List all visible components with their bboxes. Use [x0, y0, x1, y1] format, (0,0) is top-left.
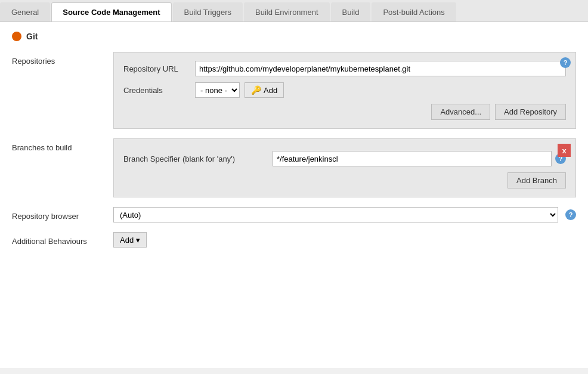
- tab-general[interactable]: General: [0, 2, 50, 21]
- credentials-add-label: Add: [264, 86, 277, 95]
- tabs-bar: General Source Code Management Build Tri…: [0, 0, 588, 22]
- tab-source-code-management[interactable]: Source Code Management: [51, 2, 171, 21]
- repositories-label: Repositories: [12, 52, 113, 66]
- repo-browser-label: Repository browser: [12, 207, 113, 221]
- advanced-button[interactable]: Advanced...: [431, 104, 490, 120]
- repo-url-row: Repository URL: [123, 61, 566, 76]
- branch-specifier-input[interactable]: [273, 151, 552, 166]
- credentials-row: Credentials - none - 🔑 Add: [123, 82, 566, 98]
- branches-buttons-row: Add Branch: [123, 172, 566, 188]
- repo-url-label: Repository URL: [123, 64, 195, 73]
- credentials-label: Credentials: [123, 86, 195, 95]
- repositories-help-icon[interactable]: ?: [560, 57, 571, 68]
- additional-behaviours-box: Add ▾: [113, 232, 147, 248]
- dropdown-arrow-icon: ▾: [136, 236, 140, 245]
- branches-section: Branches to build x Branch Specifier (bl…: [12, 138, 576, 197]
- repo-buttons-row: Advanced... Add Repository: [123, 104, 566, 120]
- repo-browser-help-icon[interactable]: ?: [565, 209, 576, 220]
- tab-build[interactable]: Build: [331, 2, 371, 21]
- repositories-section: Repositories ? Repository URL Credential…: [12, 52, 576, 129]
- additional-behaviours-add-button[interactable]: Add ▾: [113, 232, 147, 248]
- additional-behaviours-label: Additional Behaviours: [12, 232, 113, 246]
- branches-label: Branches to build: [12, 138, 113, 152]
- tab-build-environment[interactable]: Build Environment: [244, 2, 330, 21]
- credentials-select[interactable]: - none -: [195, 82, 240, 98]
- credentials-add-button[interactable]: 🔑 Add: [245, 82, 284, 98]
- repo-browser-select[interactable]: (Auto): [113, 207, 558, 222]
- git-radio-button[interactable]: [12, 32, 21, 41]
- git-radio-row: Git: [12, 32, 576, 41]
- tab-build-triggers[interactable]: Build Triggers: [173, 2, 243, 21]
- tab-post-build-actions[interactable]: Post-build Actions: [372, 2, 456, 21]
- add-branch-button[interactable]: Add Branch: [507, 172, 566, 188]
- repo-browser-section: Repository browser (Auto) ?: [12, 207, 576, 222]
- repo-url-input[interactable]: [195, 61, 566, 76]
- key-icon: 🔑: [251, 85, 261, 95]
- branch-specifier-label: Branch Specifier (blank for 'any'): [123, 154, 273, 163]
- add-label: Add: [120, 236, 134, 245]
- branch-specifier-row: Branch Specifier (blank for 'any') ?: [123, 151, 566, 166]
- git-label: Git: [26, 32, 38, 41]
- add-repository-button[interactable]: Add Repository: [495, 104, 566, 120]
- repo-browser-box: (Auto) ?: [113, 207, 576, 222]
- repositories-box: ? Repository URL Credentials - none - 🔑 …: [113, 52, 576, 129]
- main-content: Git Repositories ? Repository URL Creden…: [0, 22, 588, 368]
- additional-behaviours-section: Additional Behaviours Add ▾: [12, 232, 576, 248]
- branches-box: x Branch Specifier (blank for 'any') ? A…: [113, 138, 576, 197]
- remove-branch-button[interactable]: x: [558, 144, 571, 157]
